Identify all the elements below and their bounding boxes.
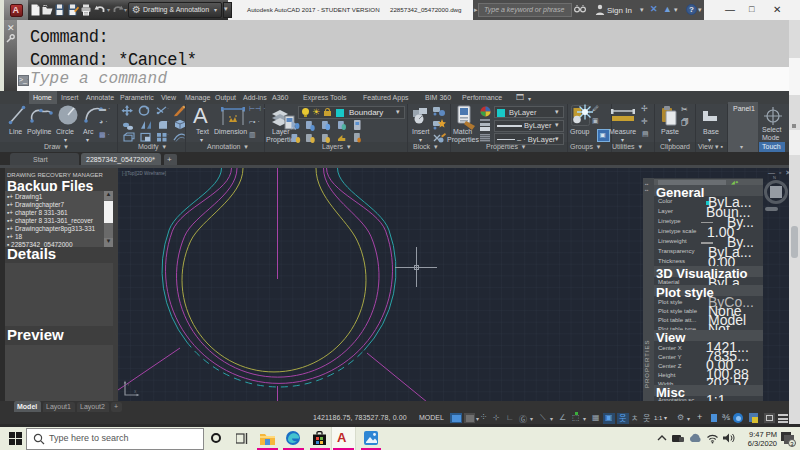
- svg-text:Y: Y: [127, 383, 130, 387]
- svg-text:X: X: [134, 390, 137, 394]
